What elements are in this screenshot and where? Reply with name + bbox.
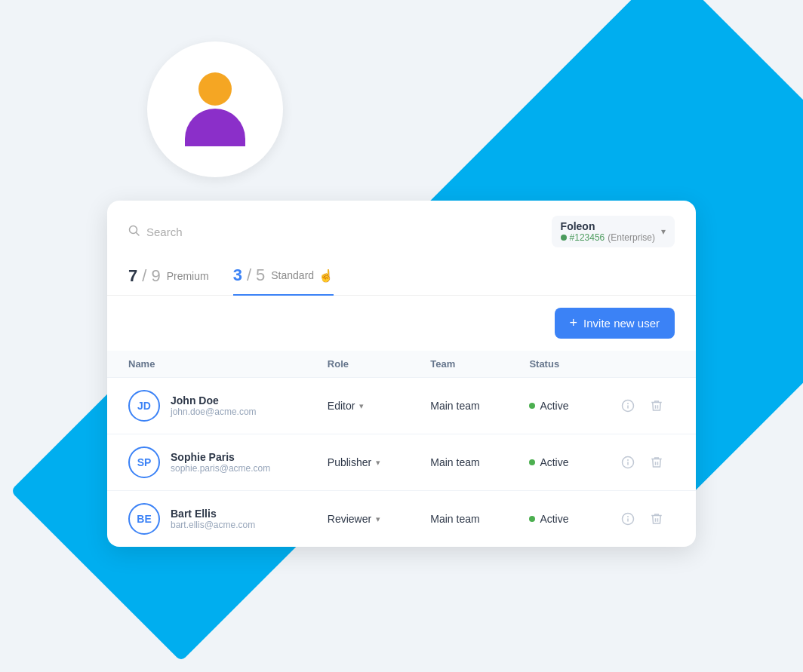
role-select-2[interactable]: Reviewer ▾ bbox=[328, 513, 389, 525]
info-icon-2[interactable] bbox=[617, 508, 638, 529]
standard-total: 5 bbox=[256, 265, 265, 285]
user-info-1: Sophie Paris sophie.paris@acme.com bbox=[171, 451, 270, 474]
svg-line-1 bbox=[137, 232, 140, 235]
status-dot-2 bbox=[529, 516, 535, 522]
user-avatar-1: SP bbox=[128, 446, 160, 478]
role-chevron-icon: ▾ bbox=[359, 401, 364, 411]
card-header: Search Foleon #123456 (Enterprise) ▾ bbox=[107, 201, 696, 247]
avatar-circle bbox=[147, 41, 283, 177]
user-avatar-0: JD bbox=[128, 390, 160, 422]
avatar-head bbox=[198, 72, 232, 106]
user-email-1: sophie.paris@acme.com bbox=[171, 463, 270, 474]
col-team: Team bbox=[409, 351, 508, 378]
user-name-1: Sophie Paris bbox=[171, 451, 270, 463]
team-cell-0: Main team bbox=[409, 378, 508, 434]
status-dot-0 bbox=[529, 403, 535, 409]
role-label-2: Reviewer bbox=[328, 513, 371, 525]
col-role: Role bbox=[306, 351, 410, 378]
actions-cell-0 bbox=[596, 378, 696, 434]
status-cell-1: Active bbox=[508, 434, 596, 491]
user-email-0: john.doe@acme.com bbox=[171, 407, 257, 417]
standard-current: 3 bbox=[233, 265, 242, 285]
org-id-text: #123456 bbox=[570, 232, 605, 243]
premium-current: 7 bbox=[128, 266, 137, 286]
role-label-0: Editor bbox=[328, 400, 355, 412]
tabs-row: 7 / 9 Premium 3 / 5 Standard ☝️ bbox=[107, 247, 696, 296]
premium-total: 9 bbox=[151, 266, 160, 286]
premium-label: Premium bbox=[167, 270, 209, 282]
team-cell-2: Main team bbox=[409, 491, 508, 548]
search-bar: Search bbox=[128, 225, 183, 239]
role-cell-2[interactable]: Reviewer ▾ bbox=[306, 491, 410, 548]
table-header-row: Name Role Team Status bbox=[107, 351, 696, 378]
tab-premium[interactable]: 7 / 9 Premium bbox=[128, 260, 209, 295]
user-cell-1: SP Sophie Paris sophie.paris@acme.com bbox=[107, 434, 306, 491]
col-name: Name bbox=[107, 351, 306, 378]
role-cell-0[interactable]: Editor ▾ bbox=[306, 378, 410, 434]
org-plan-badge: (Enterprise) bbox=[608, 232, 655, 243]
search-label[interactable]: Search bbox=[146, 226, 183, 238]
status-text-1: Active bbox=[540, 456, 568, 468]
invite-btn-label: Invite new user bbox=[583, 317, 660, 330]
org-selector[interactable]: Foleon #123456 (Enterprise) ▾ bbox=[552, 216, 675, 247]
table-row: BE Bart Ellis bart.ellis@acme.com Review… bbox=[107, 491, 696, 548]
user-cell-0: JD John Doe john.doe@acme.com bbox=[107, 378, 306, 434]
role-cell-1[interactable]: Publisher ▾ bbox=[306, 434, 410, 491]
org-id-row: #123456 (Enterprise) bbox=[561, 232, 655, 243]
team-cell-1: Main team bbox=[409, 434, 508, 491]
cursor-icon: ☝️ bbox=[318, 268, 334, 283]
org-name: Foleon bbox=[561, 220, 655, 232]
info-icon-0[interactable] bbox=[617, 395, 638, 416]
col-actions bbox=[596, 351, 696, 378]
role-select-1[interactable]: Publisher ▾ bbox=[328, 456, 389, 468]
status-cell-0: Active bbox=[508, 378, 596, 434]
status-cell-2: Active bbox=[508, 491, 596, 548]
table-row: JD John Doe john.doe@acme.com Editor ▾ M… bbox=[107, 378, 696, 434]
user-name-0: John Doe bbox=[171, 394, 257, 407]
delete-icon-2[interactable] bbox=[646, 508, 667, 529]
status-badge-1: Active bbox=[529, 456, 575, 468]
search-icon bbox=[128, 225, 140, 239]
col-status: Status bbox=[508, 351, 596, 378]
avatar-figure bbox=[185, 72, 245, 146]
tab-standard[interactable]: 3 / 5 Standard ☝️ bbox=[233, 259, 334, 296]
user-avatar-2: BE bbox=[128, 503, 160, 535]
user-email-2: bart.ellis@acme.com bbox=[171, 520, 255, 530]
plus-icon: + bbox=[570, 315, 578, 331]
actions-cell-2 bbox=[596, 491, 696, 548]
role-select-0[interactable]: Editor ▾ bbox=[328, 400, 389, 412]
user-cell-2: BE Bart Ellis bart.ellis@acme.com bbox=[107, 491, 306, 548]
chevron-down-icon: ▾ bbox=[661, 226, 666, 237]
invite-section: + Invite new user bbox=[107, 296, 696, 351]
delete-icon-1[interactable] bbox=[646, 452, 667, 473]
avatar-body bbox=[185, 109, 245, 146]
role-label-1: Publisher bbox=[328, 456, 371, 468]
user-name-2: Bart Ellis bbox=[171, 508, 255, 520]
status-badge-0: Active bbox=[529, 400, 575, 412]
delete-icon-0[interactable] bbox=[646, 395, 667, 416]
standard-label: Standard bbox=[271, 269, 314, 281]
user-info-2: Bart Ellis bart.ellis@acme.com bbox=[171, 508, 255, 530]
actions-cell-1 bbox=[596, 434, 696, 491]
status-text-0: Active bbox=[540, 400, 568, 412]
table-row: SP Sophie Paris sophie.paris@acme.com Pu… bbox=[107, 434, 696, 491]
status-badge-2: Active bbox=[529, 513, 575, 525]
info-icon-1[interactable] bbox=[617, 452, 638, 473]
org-status-dot bbox=[561, 235, 567, 241]
action-icons-2 bbox=[617, 508, 675, 529]
role-chevron-icon: ▾ bbox=[376, 458, 380, 468]
main-card: Search Foleon #123456 (Enterprise) ▾ 7 /… bbox=[107, 201, 696, 547]
user-table: Name Role Team Status JD John Doe john.d… bbox=[107, 351, 696, 547]
action-icons-0 bbox=[617, 395, 675, 416]
org-info: Foleon #123456 (Enterprise) bbox=[561, 220, 655, 243]
action-icons-1 bbox=[617, 452, 675, 473]
status-dot-1 bbox=[529, 459, 535, 465]
invite-new-user-button[interactable]: + Invite new user bbox=[555, 308, 675, 339]
status-text-2: Active bbox=[540, 513, 568, 525]
user-info-0: John Doe john.doe@acme.com bbox=[171, 394, 257, 417]
role-chevron-icon: ▾ bbox=[376, 514, 380, 524]
